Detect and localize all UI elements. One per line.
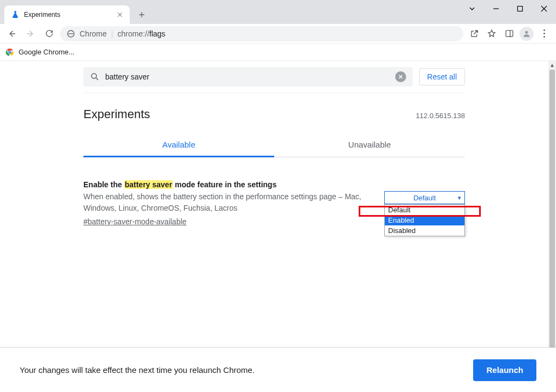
page-title: Experiments (83, 107, 150, 121)
flask-icon (11, 10, 20, 19)
scroll-thumb[interactable] (549, 70, 555, 383)
option-default[interactable]: Default (385, 205, 464, 215)
scroll-up-arrow[interactable]: ▲ (548, 61, 556, 69)
back-button[interactable] (4, 26, 20, 41)
tab-unavailable[interactable]: Unavailable (274, 133, 465, 157)
search-input[interactable] (105, 72, 390, 81)
relaunch-button[interactable]: Relaunch (473, 359, 536, 381)
kebab-menu-icon[interactable] (536, 26, 552, 41)
browser-toolbar: Chrome | chrome://flags (0, 24, 556, 44)
close-window-button[interactable] (532, 0, 556, 17)
svg-rect-2 (68, 33, 73, 34)
reset-all-button[interactable]: Reset all (419, 68, 465, 85)
clear-search-icon[interactable] (395, 71, 406, 82)
bookmark-item[interactable]: Google Chrome... (19, 48, 75, 56)
svg-rect-3 (506, 30, 513, 36)
tab-available[interactable]: Available (83, 133, 274, 157)
search-row: Reset all (83, 61, 465, 93)
minimize-button[interactable] (484, 0, 508, 17)
browser-tab[interactable]: Experiments (4, 5, 130, 24)
share-icon[interactable] (467, 26, 482, 41)
flag-item: Enable the battery saver mode feature in… (83, 157, 465, 226)
new-tab-button[interactable] (134, 7, 149, 22)
flag-anchor-link[interactable]: #battery-saver-mode-available (83, 217, 186, 226)
profile-avatar[interactable] (519, 26, 534, 41)
bookmark-star-icon[interactable] (484, 26, 499, 41)
flag-description: When enabled, shows the battery section … (83, 191, 373, 214)
relaunch-message: Your changes will take effect the next t… (20, 365, 255, 375)
svg-rect-0 (518, 7, 523, 11)
forward-button[interactable] (23, 26, 38, 41)
search-box[interactable] (83, 67, 413, 87)
reload-button[interactable] (41, 26, 57, 41)
tabs: Available Unavailable (83, 133, 465, 157)
vertical-scrollbar[interactable]: ▲ ▼ (548, 61, 556, 392)
titlebar: Experiments (0, 0, 556, 24)
address-bar[interactable]: Chrome | chrome://flags (60, 26, 463, 41)
maximize-button[interactable] (508, 0, 532, 17)
search-icon (90, 72, 100, 82)
tab-close-icon[interactable] (116, 10, 124, 19)
site-label: Chrome (80, 29, 107, 38)
url-text: chrome://flags (117, 29, 165, 38)
version-text: 112.0.5615.138 (416, 112, 465, 120)
site-info-icon[interactable] (67, 29, 75, 38)
option-disabled[interactable]: Disabled (385, 225, 464, 236)
chevron-down-icon: ▾ (458, 194, 461, 201)
flag-dropdown: Default Enabled Disabled (384, 204, 465, 236)
window-controls (460, 0, 556, 17)
svg-point-4 (525, 30, 528, 33)
flag-select[interactable]: Default ▾ (384, 191, 465, 204)
chrome-icon (5, 48, 14, 57)
chevron-down-icon[interactable] (460, 0, 484, 17)
relaunch-bar: Your changes will take effect the next t… (0, 347, 556, 392)
content-area: Reset all Experiments 112.0.5615.138 Ava… (0, 61, 556, 392)
flag-title: Enable the battery saver mode feature in… (83, 180, 373, 189)
separator: | (111, 29, 113, 38)
select-current: Default (413, 194, 436, 202)
bookmarks-bar: Google Chrome... (0, 44, 556, 61)
svg-point-8 (9, 51, 11, 53)
side-panel-icon[interactable] (501, 26, 517, 41)
option-enabled[interactable]: Enabled (385, 215, 464, 225)
tab-title: Experiments (24, 11, 116, 19)
flag-control: Default ▾ Default Enabled Disabled (384, 180, 465, 226)
svg-point-9 (92, 74, 96, 78)
